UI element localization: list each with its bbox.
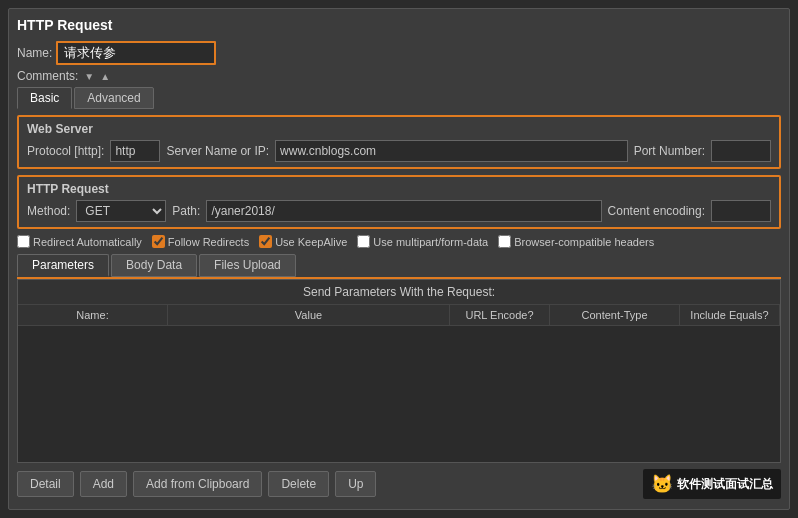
params-panel: Send Parameters With the Request: Name: …	[17, 279, 781, 463]
sub-tab-body-data[interactable]: Body Data	[111, 254, 197, 277]
path-label: Path:	[172, 204, 200, 218]
col-content-type: Content-Type	[550, 305, 680, 325]
detail-button[interactable]: Detail	[17, 471, 74, 497]
main-panel: HTTP Request Name: Comments: ▼ ▲ Basic A…	[8, 8, 790, 510]
watermark: 🐱 软件测试面试汇总	[643, 469, 781, 499]
encoding-label: Content encoding:	[608, 204, 705, 218]
table-body	[18, 326, 780, 462]
params-header: Send Parameters With the Request:	[18, 280, 780, 305]
add-button[interactable]: Add	[80, 471, 127, 497]
keepalive-label: Use KeepAlive	[275, 236, 347, 248]
panel-title: HTTP Request	[17, 17, 781, 33]
multipart-label: Use multipart/form-data	[373, 236, 488, 248]
server-input[interactable]	[275, 140, 628, 162]
redirect-auto-checkbox[interactable]	[17, 235, 30, 248]
browser-compat-checkbox[interactable]	[498, 235, 511, 248]
expand-arrow[interactable]: ▲	[100, 71, 110, 82]
col-url-encode: URL Encode?	[450, 305, 550, 325]
multipart-checkbox[interactable]	[357, 235, 370, 248]
checkbox-browser-compat: Browser-compatible headers	[498, 235, 654, 248]
col-include-equals: Include Equals?	[680, 305, 780, 325]
web-server-section: Web Server Protocol [http]: Server Name …	[17, 115, 781, 169]
web-server-label: Web Server	[27, 122, 771, 136]
comments-row: Comments: ▼ ▲	[17, 69, 781, 83]
watermark-icon: 🐱	[651, 473, 673, 495]
checkboxes-row: Redirect Automatically Follow Redirects …	[17, 235, 781, 248]
browser-compat-label: Browser-compatible headers	[514, 236, 654, 248]
col-value: Value	[168, 305, 450, 325]
web-server-fields: Protocol [http]: Server Name or IP: Port…	[27, 140, 771, 162]
delete-button[interactable]: Delete	[268, 471, 329, 497]
checkbox-keepalive: Use KeepAlive	[259, 235, 347, 248]
checkbox-follow-redirects: Follow Redirects	[152, 235, 249, 248]
sub-tab-parameters[interactable]: Parameters	[17, 254, 109, 277]
http-request-section: HTTP Request Method: GET POST PUT DELETE…	[17, 175, 781, 229]
sub-tab-files-upload[interactable]: Files Upload	[199, 254, 296, 277]
encoding-input[interactable]	[711, 200, 771, 222]
bottom-buttons: Detail Add Add from Clipboard Delete Up …	[17, 463, 781, 501]
table-header: Name: Value URL Encode? Content-Type Inc…	[18, 305, 780, 326]
comments-label: Comments:	[17, 69, 78, 83]
tab-basic[interactable]: Basic	[17, 87, 72, 109]
sub-tabs: Parameters Body Data Files Upload	[17, 254, 781, 279]
tab-advanced[interactable]: Advanced	[74, 87, 153, 109]
add-clipboard-button[interactable]: Add from Clipboard	[133, 471, 262, 497]
port-input[interactable]	[711, 140, 771, 162]
checkbox-multipart: Use multipart/form-data	[357, 235, 488, 248]
collapse-arrow[interactable]: ▼	[84, 71, 94, 82]
port-label: Port Number:	[634, 144, 705, 158]
method-select[interactable]: GET POST PUT DELETE HEAD OPTIONS	[76, 200, 166, 222]
server-label: Server Name or IP:	[166, 144, 269, 158]
method-label: Method:	[27, 204, 70, 218]
follow-redirects-label: Follow Redirects	[168, 236, 249, 248]
col-name: Name:	[18, 305, 168, 325]
http-request-fields: Method: GET POST PUT DELETE HEAD OPTIONS…	[27, 200, 771, 222]
name-label: Name:	[17, 46, 52, 60]
up-button[interactable]: Up	[335, 471, 376, 497]
main-tabs: Basic Advanced	[17, 87, 781, 109]
watermark-text: 软件测试面试汇总	[677, 476, 773, 493]
follow-redirects-checkbox[interactable]	[152, 235, 165, 248]
name-input[interactable]	[56, 41, 216, 65]
redirect-auto-label: Redirect Automatically	[33, 236, 142, 248]
keepalive-checkbox[interactable]	[259, 235, 272, 248]
protocol-label: Protocol [http]:	[27, 144, 104, 158]
checkbox-redirect-auto: Redirect Automatically	[17, 235, 142, 248]
protocol-input[interactable]	[110, 140, 160, 162]
path-input[interactable]	[206, 200, 601, 222]
http-request-label: HTTP Request	[27, 182, 771, 196]
name-row: Name:	[17, 41, 781, 65]
